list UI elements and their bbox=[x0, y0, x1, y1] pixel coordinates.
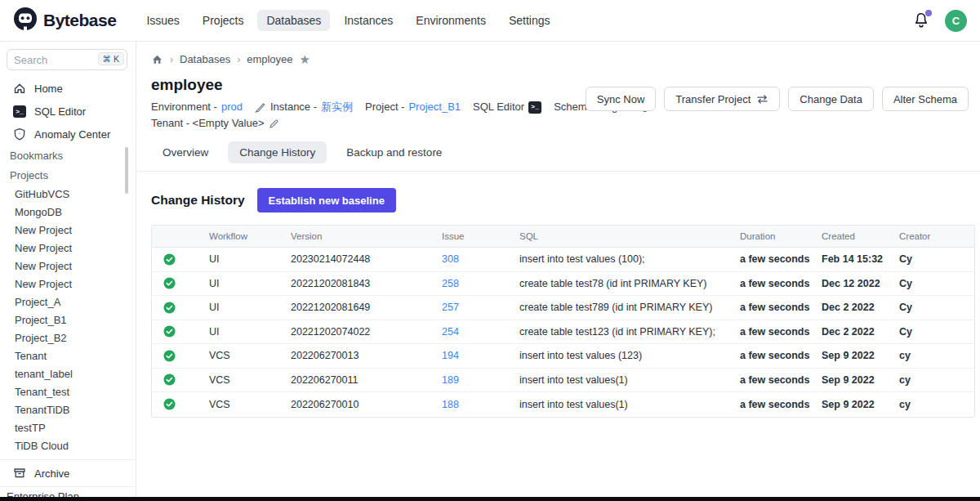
version-cell: 20221202081649 bbox=[284, 302, 435, 313]
sidebar-project-item[interactable]: New Project bbox=[0, 239, 136, 257]
issue-link[interactable]: 194 bbox=[435, 350, 513, 361]
creator-cell: Cy bbox=[893, 278, 974, 289]
sidebar-project-item[interactable]: testTP bbox=[0, 418, 136, 436]
creator-cell: cy bbox=[893, 374, 974, 386]
success-check-icon bbox=[163, 302, 176, 314]
sql-cell: insert into test values (123) bbox=[513, 350, 733, 361]
main-nav: Issues Projects Databases Instances Envi… bbox=[137, 10, 559, 31]
duration-cell: a few seconds bbox=[733, 399, 815, 410]
sql-cell: create table test78 (id int PRIMARY KEY) bbox=[513, 278, 733, 289]
meta-sql-editor[interactable]: SQL Editor >_ bbox=[473, 100, 541, 114]
environment-link[interactable]: prod bbox=[221, 100, 243, 114]
nav-item[interactable]: Instances bbox=[335, 10, 402, 31]
meta-environment: Environment - prod bbox=[151, 100, 243, 114]
sidebar-project-item[interactable]: GitHubVCS bbox=[0, 185, 136, 203]
sidebar-project-item[interactable]: tenant_label bbox=[0, 365, 136, 382]
top-navbar: Bytebase Issues Projects Databases Insta… bbox=[0, 0, 980, 42]
project-link[interactable]: Project_B1 bbox=[408, 100, 461, 114]
table-row[interactable]: UI 20221202081649 257 create table test7… bbox=[152, 296, 974, 320]
breadcrumb: › Databases › employee ★ bbox=[136, 42, 980, 65]
column-header: Duration bbox=[733, 231, 815, 241]
success-check-icon bbox=[163, 398, 176, 410]
sidebar-project-item[interactable]: MongoDB bbox=[0, 203, 136, 221]
sidebar-project-item[interactable]: New Project bbox=[0, 257, 136, 275]
sidebar-project-item[interactable]: Project_B2 bbox=[0, 329, 136, 347]
duration-cell: a few seconds bbox=[733, 350, 815, 361]
bytebase-logo-icon bbox=[13, 7, 38, 34]
creator-cell: cy bbox=[893, 399, 974, 410]
workflow-cell: UI bbox=[203, 302, 284, 313]
version-cell: 202206270013 bbox=[284, 350, 435, 361]
nav-item[interactable]: Issues bbox=[137, 10, 188, 31]
column-header: Issue bbox=[435, 231, 513, 241]
sidebar-project-item[interactable]: TiDB Cloud bbox=[0, 436, 136, 454]
sidebar-project-item[interactable]: New Project bbox=[0, 221, 136, 239]
tab[interactable]: Change History bbox=[228, 141, 327, 163]
breadcrumb-employee[interactable]: employee bbox=[247, 53, 292, 65]
sidebar-project-item[interactable]: Tenant_test bbox=[0, 382, 136, 400]
status-cell bbox=[152, 398, 203, 410]
created-cell: Dec 12 2022 bbox=[815, 278, 893, 289]
instance-link[interactable]: 新实例 bbox=[321, 100, 353, 114]
success-check-icon bbox=[163, 253, 176, 266]
bookmarks-section-label[interactable]: Bookmarks bbox=[0, 145, 136, 165]
version-cell: 20230214072448 bbox=[284, 253, 435, 265]
workflow-cell: UI bbox=[203, 326, 284, 338]
breadcrumb-home-icon[interactable] bbox=[151, 53, 163, 65]
bytebase-brand[interactable]: Bytebase bbox=[13, 7, 116, 34]
table-row[interactable]: UI 20221202074022 254 create table test1… bbox=[152, 320, 974, 345]
sidebar-item-home[interactable]: Home bbox=[0, 77, 136, 100]
workflow-cell: UI bbox=[203, 278, 284, 289]
status-cell bbox=[152, 302, 203, 314]
creator-cell: cy bbox=[893, 350, 974, 361]
status-cell bbox=[152, 325, 203, 338]
issue-link[interactable]: 188 bbox=[435, 399, 513, 410]
sidebar-project-item[interactable]: New Project bbox=[0, 275, 136, 293]
duration-cell: a few seconds bbox=[733, 326, 815, 338]
tab[interactable]: Backup and restore bbox=[335, 141, 453, 163]
search-shortcut-badge: ⌘ K bbox=[98, 52, 124, 65]
window-bottom-edge bbox=[0, 497, 980, 501]
page-actions: Sync Now Transfer Project Change Data Al… bbox=[586, 87, 969, 111]
sidebar-project-item[interactable]: Project_B1 bbox=[0, 311, 136, 329]
meta-instance: Instance - 新实例 bbox=[255, 100, 353, 114]
tab[interactable]: Overview bbox=[151, 141, 220, 163]
success-check-icon bbox=[163, 325, 176, 338]
establish-baseline-button[interactable]: Establish new baseline bbox=[257, 188, 396, 212]
edit-pencil-icon[interactable] bbox=[269, 119, 279, 129]
user-avatar[interactable]: C bbox=[945, 10, 967, 32]
sidebar-project-item[interactable]: Tenant bbox=[0, 347, 136, 365]
table-row[interactable]: VCS 202206270011 189 insert into test va… bbox=[152, 369, 974, 393]
sidebar-item-sql-editor[interactable]: >_ SQL Editor bbox=[0, 100, 136, 123]
nav-item[interactable]: Settings bbox=[500, 10, 559, 31]
nav-item[interactable]: Environments bbox=[407, 10, 495, 31]
table-row[interactable]: UI 20221202081843 258 create table test7… bbox=[152, 272, 974, 297]
instance-engine-icon bbox=[255, 101, 266, 113]
breadcrumb-separator: › bbox=[237, 54, 240, 65]
table-row[interactable]: VCS 202206270013 194 insert into test va… bbox=[152, 344, 974, 369]
projects-section-label[interactable]: Projects bbox=[0, 165, 136, 185]
notification-bell-icon[interactable] bbox=[912, 11, 930, 29]
version-cell: 202206270010 bbox=[284, 399, 435, 410]
issue-link[interactable]: 257 bbox=[435, 302, 513, 313]
change-data-button[interactable]: Change Data bbox=[788, 87, 874, 111]
table-row[interactable]: VCS 202206270010 188 insert into test va… bbox=[152, 392, 974, 417]
sidebar-item-archive[interactable]: Archive bbox=[0, 460, 136, 486]
sidebar-project-item[interactable]: Project_A bbox=[0, 293, 136, 311]
sidebar-item-anomaly-center[interactable]: Anomaly Center bbox=[0, 123, 136, 145]
issue-link[interactable]: 308 bbox=[435, 253, 513, 265]
table-row[interactable]: UI 20230214072448 308 insert into test v… bbox=[152, 248, 974, 272]
favorite-star-icon[interactable]: ★ bbox=[300, 53, 310, 65]
nav-item[interactable]: Projects bbox=[194, 10, 253, 31]
transfer-project-button[interactable]: Transfer Project bbox=[664, 87, 780, 111]
sync-now-button[interactable]: Sync Now bbox=[586, 87, 657, 111]
nav-right: C bbox=[912, 10, 967, 32]
alter-schema-button[interactable]: Alter Schema bbox=[882, 87, 969, 111]
issue-link[interactable]: 254 bbox=[435, 326, 513, 338]
sidebar-project-item[interactable]: TenantTiDB bbox=[0, 400, 136, 418]
sidebar-scrollbar[interactable] bbox=[125, 147, 128, 194]
breadcrumb-databases[interactable]: Databases bbox=[180, 53, 230, 65]
issue-link[interactable]: 258 bbox=[435, 278, 513, 289]
nav-item[interactable]: Databases bbox=[257, 10, 330, 31]
issue-link[interactable]: 189 bbox=[435, 374, 513, 386]
